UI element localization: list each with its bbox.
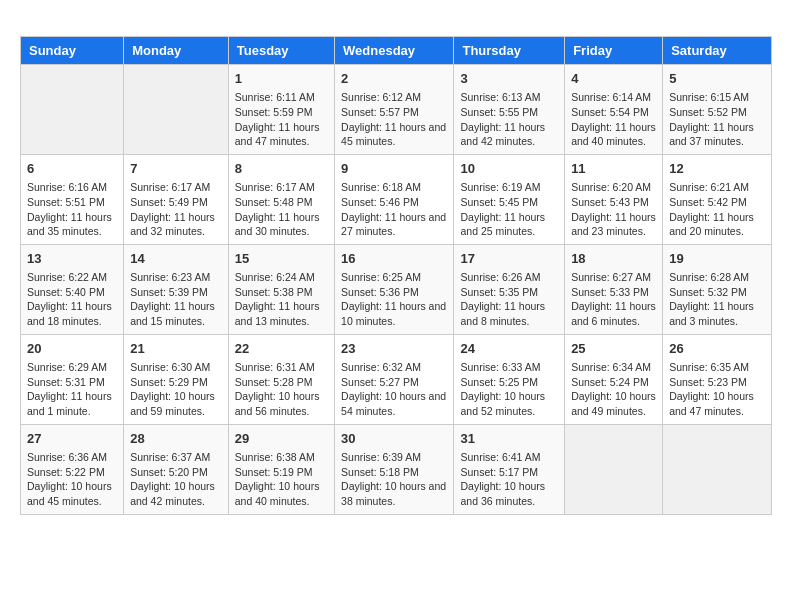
calendar-header: SundayMondayTuesdayWednesdayThursdayFrid…: [21, 37, 772, 65]
day-info: Sunrise: 6:33 AM Sunset: 5:25 PM Dayligh…: [460, 360, 558, 419]
day-info: Sunrise: 6:16 AM Sunset: 5:51 PM Dayligh…: [27, 180, 117, 239]
day-number: 17: [460, 250, 558, 268]
calendar-cell: 14Sunrise: 6:23 AM Sunset: 5:39 PM Dayli…: [124, 244, 229, 334]
day-info: Sunrise: 6:12 AM Sunset: 5:57 PM Dayligh…: [341, 90, 447, 149]
day-number: 20: [27, 340, 117, 358]
calendar-cell: 13Sunrise: 6:22 AM Sunset: 5:40 PM Dayli…: [21, 244, 124, 334]
day-info: Sunrise: 6:36 AM Sunset: 5:22 PM Dayligh…: [27, 450, 117, 509]
day-info: Sunrise: 6:19 AM Sunset: 5:45 PM Dayligh…: [460, 180, 558, 239]
day-number: 24: [460, 340, 558, 358]
day-number: 11: [571, 160, 656, 178]
calendar-table: SundayMondayTuesdayWednesdayThursdayFrid…: [20, 36, 772, 515]
calendar-cell: 21Sunrise: 6:30 AM Sunset: 5:29 PM Dayli…: [124, 334, 229, 424]
day-number: 15: [235, 250, 328, 268]
day-info: Sunrise: 6:27 AM Sunset: 5:33 PM Dayligh…: [571, 270, 656, 329]
day-info: Sunrise: 6:20 AM Sunset: 5:43 PM Dayligh…: [571, 180, 656, 239]
calendar-cell: 2Sunrise: 6:12 AM Sunset: 5:57 PM Daylig…: [335, 65, 454, 155]
day-number: 2: [341, 70, 447, 88]
weekday-header-friday: Friday: [565, 37, 663, 65]
calendar-cell: 24Sunrise: 6:33 AM Sunset: 5:25 PM Dayli…: [454, 334, 565, 424]
weekday-header-monday: Monday: [124, 37, 229, 65]
day-number: 7: [130, 160, 222, 178]
weekday-header-thursday: Thursday: [454, 37, 565, 65]
week-row-4: 20Sunrise: 6:29 AM Sunset: 5:31 PM Dayli…: [21, 334, 772, 424]
day-info: Sunrise: 6:25 AM Sunset: 5:36 PM Dayligh…: [341, 270, 447, 329]
day-info: Sunrise: 6:32 AM Sunset: 5:27 PM Dayligh…: [341, 360, 447, 419]
day-info: Sunrise: 6:17 AM Sunset: 5:49 PM Dayligh…: [130, 180, 222, 239]
day-number: 25: [571, 340, 656, 358]
calendar-cell: 3Sunrise: 6:13 AM Sunset: 5:55 PM Daylig…: [454, 65, 565, 155]
day-number: 8: [235, 160, 328, 178]
calendar-cell: 23Sunrise: 6:32 AM Sunset: 5:27 PM Dayli…: [335, 334, 454, 424]
calendar-cell: 8Sunrise: 6:17 AM Sunset: 5:48 PM Daylig…: [228, 154, 334, 244]
day-number: 22: [235, 340, 328, 358]
weekday-header-tuesday: Tuesday: [228, 37, 334, 65]
day-info: Sunrise: 6:18 AM Sunset: 5:46 PM Dayligh…: [341, 180, 447, 239]
day-number: 18: [571, 250, 656, 268]
calendar-cell: 4Sunrise: 6:14 AM Sunset: 5:54 PM Daylig…: [565, 65, 663, 155]
calendar-cell: 17Sunrise: 6:26 AM Sunset: 5:35 PM Dayli…: [454, 244, 565, 334]
weekday-header-wednesday: Wednesday: [335, 37, 454, 65]
day-number: 23: [341, 340, 447, 358]
day-info: Sunrise: 6:41 AM Sunset: 5:17 PM Dayligh…: [460, 450, 558, 509]
calendar-cell: 10Sunrise: 6:19 AM Sunset: 5:45 PM Dayli…: [454, 154, 565, 244]
day-info: Sunrise: 6:17 AM Sunset: 5:48 PM Dayligh…: [235, 180, 328, 239]
day-info: Sunrise: 6:15 AM Sunset: 5:52 PM Dayligh…: [669, 90, 765, 149]
calendar-cell: 16Sunrise: 6:25 AM Sunset: 5:36 PM Dayli…: [335, 244, 454, 334]
calendar-cell: 27Sunrise: 6:36 AM Sunset: 5:22 PM Dayli…: [21, 424, 124, 514]
day-info: Sunrise: 6:14 AM Sunset: 5:54 PM Dayligh…: [571, 90, 656, 149]
day-number: 13: [27, 250, 117, 268]
day-info: Sunrise: 6:34 AM Sunset: 5:24 PM Dayligh…: [571, 360, 656, 419]
calendar-cell: 30Sunrise: 6:39 AM Sunset: 5:18 PM Dayli…: [335, 424, 454, 514]
day-number: 3: [460, 70, 558, 88]
day-info: Sunrise: 6:28 AM Sunset: 5:32 PM Dayligh…: [669, 270, 765, 329]
day-number: 29: [235, 430, 328, 448]
calendar-cell: 12Sunrise: 6:21 AM Sunset: 5:42 PM Dayli…: [663, 154, 772, 244]
week-row-3: 13Sunrise: 6:22 AM Sunset: 5:40 PM Dayli…: [21, 244, 772, 334]
day-number: 9: [341, 160, 447, 178]
day-info: Sunrise: 6:39 AM Sunset: 5:18 PM Dayligh…: [341, 450, 447, 509]
calendar-cell: 15Sunrise: 6:24 AM Sunset: 5:38 PM Dayli…: [228, 244, 334, 334]
day-info: Sunrise: 6:21 AM Sunset: 5:42 PM Dayligh…: [669, 180, 765, 239]
calendar-cell: [663, 424, 772, 514]
day-info: Sunrise: 6:11 AM Sunset: 5:59 PM Dayligh…: [235, 90, 328, 149]
day-number: 31: [460, 430, 558, 448]
day-number: 26: [669, 340, 765, 358]
week-row-1: 1Sunrise: 6:11 AM Sunset: 5:59 PM Daylig…: [21, 65, 772, 155]
day-info: Sunrise: 6:29 AM Sunset: 5:31 PM Dayligh…: [27, 360, 117, 419]
week-row-2: 6Sunrise: 6:16 AM Sunset: 5:51 PM Daylig…: [21, 154, 772, 244]
calendar-cell: [565, 424, 663, 514]
day-number: 28: [130, 430, 222, 448]
day-info: Sunrise: 6:35 AM Sunset: 5:23 PM Dayligh…: [669, 360, 765, 419]
calendar-cell: 25Sunrise: 6:34 AM Sunset: 5:24 PM Dayli…: [565, 334, 663, 424]
day-info: Sunrise: 6:13 AM Sunset: 5:55 PM Dayligh…: [460, 90, 558, 149]
day-info: Sunrise: 6:31 AM Sunset: 5:28 PM Dayligh…: [235, 360, 328, 419]
calendar-cell: 7Sunrise: 6:17 AM Sunset: 5:49 PM Daylig…: [124, 154, 229, 244]
day-number: 30: [341, 430, 447, 448]
day-info: Sunrise: 6:26 AM Sunset: 5:35 PM Dayligh…: [460, 270, 558, 329]
calendar-cell: 18Sunrise: 6:27 AM Sunset: 5:33 PM Dayli…: [565, 244, 663, 334]
day-number: 10: [460, 160, 558, 178]
calendar-cell: 28Sunrise: 6:37 AM Sunset: 5:20 PM Dayli…: [124, 424, 229, 514]
calendar-cell: 22Sunrise: 6:31 AM Sunset: 5:28 PM Dayli…: [228, 334, 334, 424]
calendar-body: 1Sunrise: 6:11 AM Sunset: 5:59 PM Daylig…: [21, 65, 772, 515]
calendar-cell: 5Sunrise: 6:15 AM Sunset: 5:52 PM Daylig…: [663, 65, 772, 155]
calendar-cell: 20Sunrise: 6:29 AM Sunset: 5:31 PM Dayli…: [21, 334, 124, 424]
day-number: 1: [235, 70, 328, 88]
calendar-cell: 31Sunrise: 6:41 AM Sunset: 5:17 PM Dayli…: [454, 424, 565, 514]
weekday-header-sunday: Sunday: [21, 37, 124, 65]
calendar-cell: 6Sunrise: 6:16 AM Sunset: 5:51 PM Daylig…: [21, 154, 124, 244]
day-info: Sunrise: 6:30 AM Sunset: 5:29 PM Dayligh…: [130, 360, 222, 419]
day-number: 6: [27, 160, 117, 178]
weekday-header-saturday: Saturday: [663, 37, 772, 65]
day-number: 16: [341, 250, 447, 268]
day-info: Sunrise: 6:38 AM Sunset: 5:19 PM Dayligh…: [235, 450, 328, 509]
day-number: 12: [669, 160, 765, 178]
calendar-cell: [124, 65, 229, 155]
day-number: 14: [130, 250, 222, 268]
day-number: 5: [669, 70, 765, 88]
week-row-5: 27Sunrise: 6:36 AM Sunset: 5:22 PM Dayli…: [21, 424, 772, 514]
calendar-cell: [21, 65, 124, 155]
day-number: 21: [130, 340, 222, 358]
calendar-cell: 1Sunrise: 6:11 AM Sunset: 5:59 PM Daylig…: [228, 65, 334, 155]
